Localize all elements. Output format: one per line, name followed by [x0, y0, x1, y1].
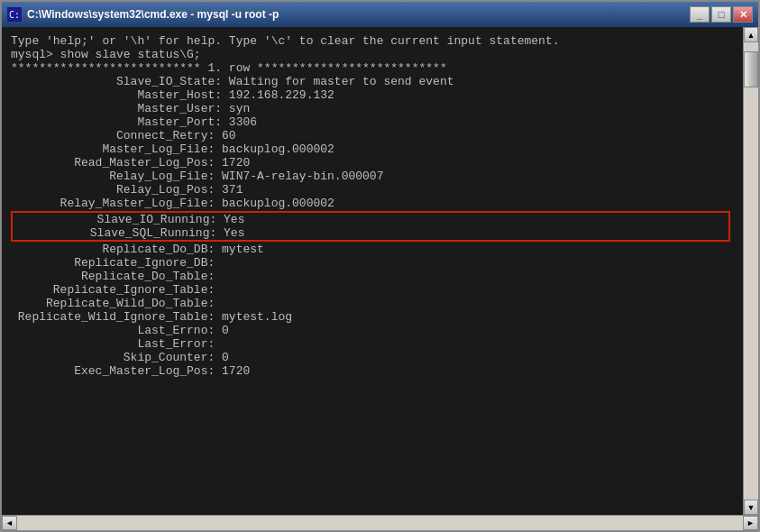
terminal-line: *************************** 1. row *****… — [11, 61, 734, 75]
terminal-line: Last_Errno: 0 — [11, 324, 734, 337]
cmd-icon: C: — [7, 7, 22, 22]
highlighted-line: Slave_SQL_Running: Yes — [13, 226, 728, 240]
horizontal-scrollbar[interactable]: ◄ ► — [2, 515, 758, 530]
terminal-line: Relay_Log_File: WIN7-A-relay-bin.000007 — [11, 170, 734, 183]
scroll-down-button[interactable]: ▼ — [744, 500, 758, 515]
terminal-line: Last_Error: — [11, 337, 734, 351]
window-title: C:\Windows\system32\cmd.exe - mysql -u r… — [27, 8, 684, 21]
vertical-scrollbar[interactable]: ▲ ▼ — [743, 27, 758, 515]
highlighted-line: Slave_IO_Running: Yes — [13, 213, 728, 226]
terminal-line: Relay_Master_Log_File: backuplog.000002 — [11, 197, 734, 210]
close-button[interactable]: ✕ — [733, 6, 753, 23]
terminal-line: Master_Log_File: backuplog.000002 — [11, 142, 734, 156]
terminal-line: Read_Master_Log_Pos: 1720 — [11, 156, 734, 170]
horizontal-scroll-track[interactable] — [17, 516, 743, 530]
terminal-line: Replicate_Ignore_DB: — [11, 256, 734, 270]
scroll-thumb[interactable] — [744, 51, 758, 87]
terminal-line: Replicate_Wild_Ignore_Table: mytest.log — [11, 310, 734, 324]
scroll-up-button[interactable]: ▲ — [744, 27, 758, 42]
scroll-left-button[interactable]: ◄ — [2, 516, 17, 530]
content-area: Type 'help;' or '\h' for help. Type '\c'… — [2, 27, 758, 515]
svg-text:C:: C: — [9, 10, 20, 20]
terminal-line: Replicate_Do_DB: mytest — [11, 243, 734, 256]
scroll-right-button[interactable]: ► — [743, 516, 758, 530]
window-controls: _ □ ✕ — [690, 6, 753, 23]
terminal-line: Exec_Master_Log_Pos: 1720 — [11, 364, 734, 378]
title-bar: C: C:\Windows\system32\cmd.exe - mysql -… — [2, 2, 758, 27]
terminal-line: mysql> show slave status\G; — [11, 48, 734, 61]
minimize-button[interactable]: _ — [690, 6, 710, 23]
slave-running-highlight-box: Slave_IO_Running: Yes Slave_SQL_Running:… — [11, 211, 730, 242]
terminal-line: Master_User: syn — [11, 102, 734, 115]
terminal-output[interactable]: Type 'help;' or '\h' for help. Type '\c'… — [2, 27, 743, 515]
terminal-line: Replicate_Do_Table: — [11, 270, 734, 283]
terminal-line: Connect_Retry: 60 — [11, 129, 734, 142]
terminal-line: Replicate_Wild_Do_Table: — [11, 297, 734, 310]
terminal-line: Replicate_Ignore_Table: — [11, 283, 734, 297]
maximize-button[interactable]: □ — [711, 6, 731, 23]
terminal-line: Skip_Counter: 0 — [11, 351, 734, 364]
terminal-line: Relay_Log_Pos: 371 — [11, 183, 734, 197]
terminal-line: Master_Port: 3306 — [11, 115, 734, 129]
terminal-line: Slave_IO_State: Waiting for master to se… — [11, 75, 734, 88]
scroll-track[interactable] — [744, 42, 758, 500]
cmd-window: C: C:\Windows\system32\cmd.exe - mysql -… — [0, 0, 760, 532]
terminal-line: Type 'help;' or '\h' for help. Type '\c'… — [11, 34, 734, 48]
terminal-line: Master_Host: 192.168.229.132 — [11, 88, 734, 102]
